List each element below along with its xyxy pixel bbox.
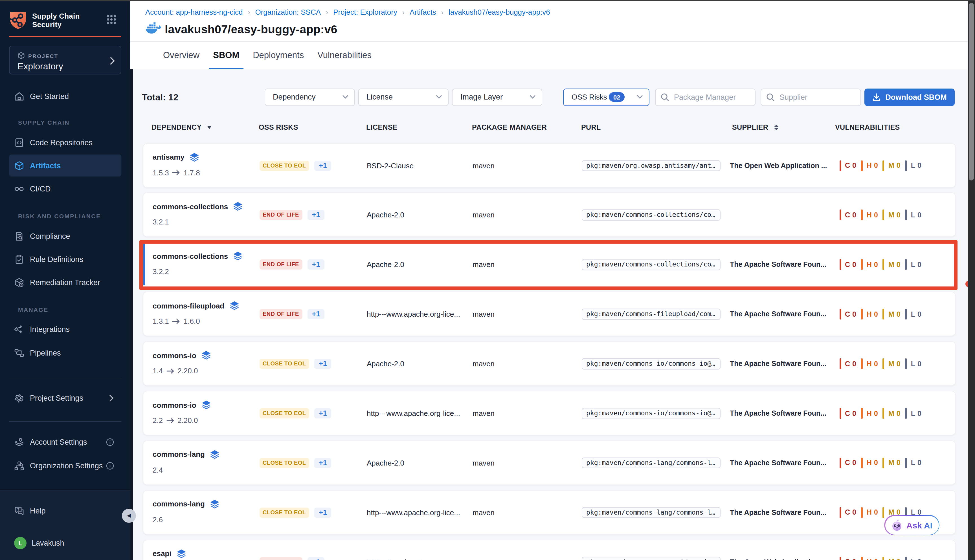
low-bar-icon: [905, 210, 907, 220]
purl-cell[interactable]: pkg:maven/org.owasp.antisamy/ant…: [582, 160, 721, 171]
image-layers-icon[interactable]: [202, 400, 211, 410]
risk-more-badge[interactable]: +1: [314, 359, 332, 369]
risk-more-badge[interactable]: +1: [314, 160, 332, 171]
table-row[interactable]: esapi END OF LIFE +1 BSD--Creative Commo…: [143, 539, 956, 560]
purl-cell[interactable]: pkg:maven/commons-io/commons-io@…: [582, 408, 721, 419]
code-repositories-icon: [14, 137, 24, 147]
vulnerabilities-cell: C0 H0 M0 L0: [839, 160, 926, 171]
table-row[interactable]: commons-collections 3.2.1 END OF LIFE +1…: [143, 193, 956, 237]
image-layers-icon[interactable]: [229, 301, 239, 310]
organization-settings-info-icon[interactable]: [106, 462, 114, 470]
purl-cell[interactable]: pkg:maven/commons-collections/co…: [582, 210, 721, 220]
oss-risks-cell: END OF LIFE +1: [259, 557, 324, 560]
purl-cell[interactable]: pkg:maven/commons-fileupload/com…: [582, 309, 721, 320]
risk-more-badge[interactable]: +1: [314, 408, 332, 418]
package-manager-cell: maven: [472, 310, 494, 318]
risk-more-badge[interactable]: +1: [314, 508, 332, 518]
risk-more-badge[interactable]: +1: [307, 309, 325, 319]
image-layers-icon[interactable]: [190, 153, 199, 162]
supplier-cell: The Apache Software Foun...: [730, 360, 826, 368]
medium-count: M0: [883, 358, 900, 369]
low-count: L0: [905, 458, 922, 468]
window-top-edge: [0, 0, 975, 1]
pipelines-icon: [14, 348, 24, 358]
dependency-name: commons-fileupload: [153, 301, 239, 310]
oss-risks-cell: CLOSE TO EOL +1: [259, 408, 332, 418]
dependency-name: commons-io: [153, 400, 211, 410]
critical-count: C0: [839, 408, 856, 419]
table-row[interactable]: commons-io 1.4 2.20.0 CLOSE TO EOL +1 Ap…: [143, 341, 956, 386]
upgrade-arrow-icon: [166, 418, 174, 423]
sidebar-item-organization-settings[interactable]: Organization Settings: [9, 455, 121, 477]
risk-more-badge[interactable]: +1: [314, 458, 332, 468]
medium-count: M0: [883, 309, 900, 320]
sidebar-item-help[interactable]: ? Help: [9, 500, 121, 522]
risk-badge[interactable]: CLOSE TO EOL: [259, 160, 309, 171]
scrollbar-thumb[interactable]: [969, 3, 974, 180]
scrollbar-track[interactable]: [968, 0, 975, 560]
package-manager-cell: maven: [472, 409, 494, 418]
purl-cell[interactable]: pkg:maven/commons-lang/commons-l…: [582, 457, 721, 468]
table-row[interactable]: commons-lang 2.6 CLOSE TO EOL +1 http---…: [143, 490, 956, 535]
vulnerabilities-cell: C0 H0 M0 L0: [839, 358, 926, 369]
project-name: Exploratory: [17, 62, 63, 72]
upgrade-arrow-icon: [172, 318, 180, 324]
risk-badge[interactable]: CLOSE TO EOL: [259, 408, 309, 418]
purl-cell[interactable]: pkg:maven/org.owasp.esapi/esapi@…: [582, 557, 721, 560]
account-settings-info-icon[interactable]: [106, 438, 114, 446]
image-layers-icon[interactable]: [210, 450, 219, 459]
risk-badge[interactable]: END OF LIFE: [259, 309, 302, 319]
dependency-name: esapi: [153, 549, 186, 558]
risk-more-badge[interactable]: +1: [307, 210, 325, 220]
sidebar-item-compliance[interactable]: Compliance: [9, 225, 121, 247]
sidebar-item-cicd[interactable]: CI/CD: [9, 178, 121, 200]
organization-settings-icon: [14, 460, 24, 471]
high-count: H0: [861, 458, 878, 468]
sidebar-section-manage: MANAGE: [18, 306, 48, 313]
app-grid-icon[interactable]: [107, 15, 116, 24]
license-cell: Apache-2.0: [367, 360, 404, 368]
sidebar-item-artifacts[interactable]: Artifacts: [9, 155, 121, 177]
sidebar-item-account-settings[interactable]: Account Settings: [9, 431, 121, 453]
upgrade-arrow-icon: [166, 368, 174, 373]
ask-ai-button[interactable]: Ask AI: [884, 515, 940, 535]
table-row[interactable]: commons-fileupload 1.3.1 1.6.0 END OF LI…: [143, 292, 956, 336]
sidebar-item-integrations[interactable]: Integrations: [9, 318, 121, 340]
oss-risks-cell: CLOSE TO EOL +1: [259, 508, 332, 518]
risk-badge[interactable]: CLOSE TO EOL: [259, 458, 309, 468]
image-layers-icon[interactable]: [202, 351, 211, 360]
oss-risks-cell: CLOSE TO EOL +1: [259, 359, 332, 369]
sidebar-item-project-settings[interactable]: Project Settings: [9, 387, 121, 409]
supplier-cell: The Apache Software Foun...: [730, 410, 826, 417]
image-layers-icon[interactable]: [210, 500, 219, 509]
sidebar-item-rule-definitions[interactable]: Rule Definitions: [9, 248, 121, 270]
risk-badge[interactable]: END OF LIFE: [259, 210, 302, 220]
sidebar-item-remediation-tracker[interactable]: Remediation Tracker: [9, 271, 121, 293]
table-row[interactable]: antisamy 1.5.3 1.7.8 CLOSE TO EOL +1 BSD…: [143, 143, 956, 188]
low-bar-icon: [905, 408, 907, 419]
oss-risks-cell: CLOSE TO EOL +1: [259, 160, 332, 171]
dependency-version: 1.3.1 1.6.0: [153, 317, 200, 325]
table-row[interactable]: commons-io 2.2 2.20.0 CLOSE TO EOL +1 ht…: [143, 391, 956, 435]
home-icon: [14, 91, 24, 101]
purl-cell[interactable]: pkg:maven/commons-io/commons-io@…: [582, 358, 721, 369]
sidebar-collapse-handle[interactable]: ◀: [122, 509, 136, 523]
image-layers-icon[interactable]: [233, 202, 243, 211]
table-row[interactable]: commons-lang 2.4 CLOSE TO EOL +1 Apache-…: [143, 440, 956, 485]
risk-more-badge[interactable]: +1: [307, 557, 325, 560]
project-selector[interactable]: PROJECT Exploratory: [9, 46, 121, 75]
risk-badge[interactable]: CLOSE TO EOL: [259, 359, 309, 369]
low-count: L0: [905, 210, 922, 220]
critical-bar-icon: [839, 309, 841, 320]
risk-badge[interactable]: END OF LIFE: [259, 557, 302, 560]
sidebar-item-code-repositories[interactable]: Code Repositories: [9, 132, 121, 153]
high-count: H0: [861, 507, 878, 518]
purl-cell[interactable]: pkg:maven/commons-lang/commons-l…: [582, 507, 721, 518]
image-layers-icon[interactable]: [177, 549, 186, 558]
critical-count: C0: [839, 309, 856, 320]
sidebar-item-pipelines[interactable]: Pipelines: [9, 342, 121, 364]
sidebar-item-get-started[interactable]: Get Started: [9, 85, 121, 107]
sidebar-user[interactable]: L Lavakush: [9, 532, 121, 554]
sidebar-divider: [9, 421, 121, 422]
risk-badge[interactable]: CLOSE TO EOL: [259, 508, 309, 518]
